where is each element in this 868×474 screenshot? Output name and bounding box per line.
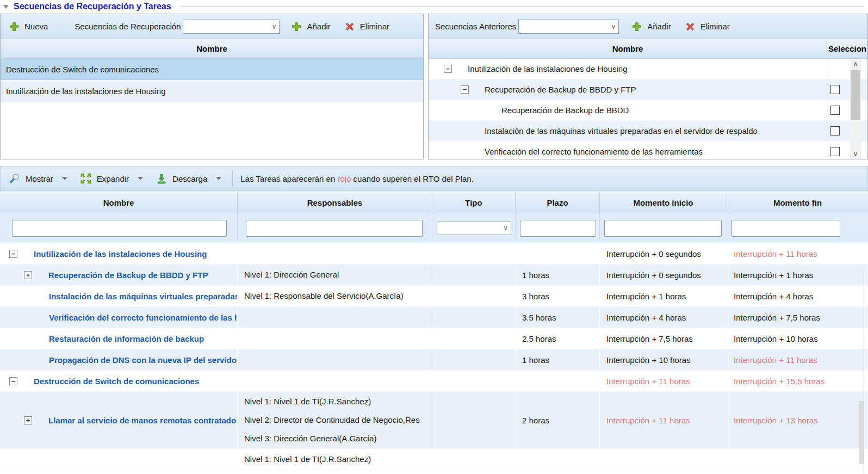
select-checkbox[interactable] xyxy=(830,85,840,94)
sequence-row[interactable]: Inutilización de las instalaciones de Ho… xyxy=(1,81,423,102)
recovery-sequence-combo-label: Secuencias de Recuperación xyxy=(75,22,181,31)
responsable-line: Nivel 1: Responsable del Servicio(A.Garc… xyxy=(244,287,404,305)
recovery-sequence-select[interactable] xyxy=(183,20,280,34)
collapse-section-icon[interactable] xyxy=(3,5,9,9)
tasks-filter-row: ∨ xyxy=(0,213,868,243)
scroll-down-icon[interactable]: ∨ xyxy=(850,149,861,159)
title-rule xyxy=(182,7,864,7)
momento-inicio-cell: Interrupción + 0 segundos xyxy=(600,243,727,264)
task-row[interactable]: Verificación del correcto funcionamiento… xyxy=(0,307,868,328)
previous-sequence-row[interactable]: Instalación de las máquinas virtuales pr… xyxy=(429,121,867,141)
task-row[interactable]: Propagación de DNS con la nueva IP del s… xyxy=(0,349,868,371)
task-row[interactable]: −Destrucción de Switch de comunicaciones… xyxy=(0,371,868,392)
responsables-cell: Nivel 1: Responsable del Servicio(A.Garc… xyxy=(238,286,432,306)
column-header-momento-inicio: Momento inicio xyxy=(600,192,727,213)
expander-plus-icon[interactable]: + xyxy=(24,271,32,279)
new-sequence-button[interactable]: Nueva xyxy=(6,20,51,34)
momento-fin-cell: Interrupción + 15,5 horas xyxy=(727,371,868,391)
responsable-line: Nivel 1: Dirección General xyxy=(244,266,339,284)
tasks-grid: Nombre Responsables Tipo Plazo Momento i… xyxy=(0,192,868,474)
scroll-up-icon[interactable]: ∧ xyxy=(850,59,861,69)
responsables-cell xyxy=(238,307,432,328)
tipo-cell xyxy=(432,349,516,370)
select-checkbox[interactable] xyxy=(830,147,840,156)
task-name-cell: Instalación de las máquinas virtuales pr… xyxy=(0,286,238,306)
task-row[interactable]: Nivel 1: Nivel 1 de TI(J.R.Sanchez) xyxy=(0,449,868,470)
responsables-cell xyxy=(238,243,432,264)
expand-menu-label: Expandir xyxy=(97,174,129,183)
rto-red-word: rojo xyxy=(337,174,351,183)
momento-fin-cell xyxy=(727,449,868,470)
sequence-name: Recuperación de Backup de BBDD y FTP xyxy=(485,85,636,94)
new-sequence-label: Nueva xyxy=(24,22,48,31)
select-cell xyxy=(827,79,867,100)
add-sequence-button[interactable]: Añadir xyxy=(288,20,333,34)
responsables-cell xyxy=(238,371,432,391)
previous-sequence-row[interactable]: −Recuperación de Backup de BBDD y FTP xyxy=(429,79,867,100)
delete-previous-button[interactable]: Eliminar xyxy=(682,20,733,34)
task-name: Llamar al servicio de manos remotas cont… xyxy=(48,416,236,425)
task-name: Inutilización de las instalaciones de Ho… xyxy=(34,249,207,258)
download-menu-label: Descarga xyxy=(172,174,207,183)
scrollbar-thumb[interactable] xyxy=(851,70,860,120)
plus-icon xyxy=(9,22,19,32)
expander-minus-icon[interactable]: − xyxy=(461,85,469,94)
show-menu-button[interactable]: Mostrar xyxy=(6,171,71,186)
momento-fin-cell: Interrupción + 10 horas xyxy=(727,328,868,349)
momento-fin-cell: Interrupción + 4 horas xyxy=(727,286,868,306)
task-name-cell: −Destrucción de Switch de comunicaciones xyxy=(0,371,238,391)
column-header-momento-fin: Momento fin xyxy=(727,192,868,213)
previous-sequence-row[interactable]: Recuperación de Backup de BBDD xyxy=(429,100,867,121)
filter-plazo-input[interactable] xyxy=(520,220,596,237)
momento-inicio-cell: Interrupción + 11 horas xyxy=(600,371,727,391)
expand-icon xyxy=(80,173,91,184)
select-checkbox[interactable] xyxy=(830,106,840,115)
previous-sequence-row[interactable]: Verificación del correcto funcionamiento… xyxy=(429,141,867,159)
filter-momento-inicio-input[interactable] xyxy=(604,220,722,237)
previous-sequence-row[interactable]: −Inutilización de las instalaciones de H… xyxy=(429,59,867,79)
tasks-scrollbar-thumb[interactable] xyxy=(859,401,864,464)
right-rows-area: −Inutilización de las instalaciones de H… xyxy=(429,59,867,159)
delete-sequence-button[interactable]: Eliminar xyxy=(342,20,393,34)
expand-menu-button[interactable]: Expandir xyxy=(77,171,146,186)
expander-minus-icon[interactable]: − xyxy=(9,377,17,385)
task-row[interactable]: +Llamar al servicio de manos remotas con… xyxy=(0,392,868,449)
tipo-cell xyxy=(432,392,516,448)
previous-sequence-select[interactable] xyxy=(518,20,619,34)
task-row[interactable]: Restauración de información de backup2.5… xyxy=(0,328,868,349)
chevron-down-icon xyxy=(216,177,221,180)
task-name-cell: −Inutilización de las instalaciones de H… xyxy=(0,243,238,264)
task-row[interactable]: −Inutilización de las instalaciones de H… xyxy=(0,243,868,264)
sequence-name: Instalación de las máquinas virtuales pr… xyxy=(485,126,758,136)
momento-fin-cell: Interrupción + 11 horas xyxy=(727,349,868,370)
column-header-nombre: Nombre xyxy=(0,192,238,213)
delete-sequence-label: Eliminar xyxy=(360,22,389,31)
expander-minus-icon[interactable]: − xyxy=(444,65,452,73)
task-name: Instalación de las máquinas virtuales pr… xyxy=(49,292,238,301)
plazo-cell: 3 horas xyxy=(516,286,600,306)
plazo-cell xyxy=(516,449,600,470)
tree-name-cell: −Recuperación de Backup de BBDD y FTP xyxy=(429,85,827,94)
task-row[interactable]: +Recuperación de Backup de BBDD y FTPNiv… xyxy=(0,264,868,286)
filter-momento-fin-input[interactable] xyxy=(731,220,840,237)
download-menu-button[interactable]: Descarga xyxy=(153,171,225,186)
filter-tipo-select[interactable] xyxy=(437,221,511,235)
responsables-cell: Nivel 1: Nivel 1 de TI(J.R.Sanchez)Nivel… xyxy=(238,392,432,448)
vertical-scrollbar: ∧ ∨ xyxy=(850,59,861,159)
tasks-grid-header: Nombre Responsables Tipo Plazo Momento i… xyxy=(0,192,868,213)
task-row[interactable]: Instalación de las máquinas virtuales pr… xyxy=(0,286,868,307)
momento-inicio-cell: Interrupción + 11 horas xyxy=(600,392,727,448)
expander-plus-icon[interactable]: + xyxy=(24,416,32,424)
select-checkbox[interactable] xyxy=(830,126,840,136)
filter-responsables-input[interactable] xyxy=(246,220,423,237)
left-rows-area: Destrucción de Switch de comunicacionesI… xyxy=(1,59,423,159)
tipo-cell xyxy=(432,264,516,285)
tipo-cell xyxy=(432,371,516,391)
expander-minus-icon[interactable]: − xyxy=(9,250,17,258)
sequence-row[interactable]: Destrucción de Switch de comunicaciones xyxy=(1,59,423,81)
select-cell xyxy=(827,59,867,79)
previous-sequence-combo-label: Secuencias Anteriores xyxy=(435,22,516,31)
filter-nombre-input[interactable] xyxy=(12,220,227,237)
add-previous-button[interactable]: Añadir xyxy=(629,20,674,34)
task-name-cell: +Llamar al servicio de manos remotas con… xyxy=(0,392,238,448)
